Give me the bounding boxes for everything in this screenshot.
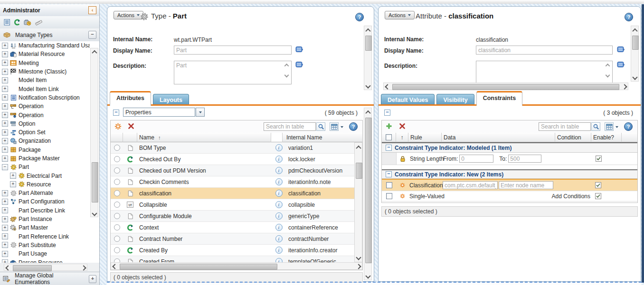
tree-vertical-scrollbar[interactable]: [90, 48, 98, 217]
expand-node-icon[interactable]: +: [2, 156, 8, 162]
type-actions-button[interactable]: Actions: [114, 11, 143, 19]
enable-checkbox[interactable]: [596, 156, 602, 162]
internal-name-column-header[interactable]: Internal Name: [283, 133, 362, 142]
table-views-caret-icon[interactable]: [341, 126, 343, 128]
description-textarea[interactable]: [174, 61, 292, 84]
collapse-node-icon[interactable]: −: [2, 164, 8, 170]
report-clock-icon[interactable]: [24, 19, 31, 26]
expand-node-icon[interactable]: +: [2, 225, 8, 231]
tree-item[interactable]: +Material Resource: [0, 50, 99, 58]
description-textarea[interactable]: [476, 61, 613, 84]
add-constraint-icon[interactable]: [386, 123, 392, 129]
constraint-group-header[interactable]: Constraint Type Indicator: New (2 Items): [382, 169, 637, 179]
scroll-right-icon[interactable]: [355, 263, 362, 270]
constraint-row-string-length[interactable]: String Length From: To:: [382, 153, 637, 165]
expand-node-icon[interactable]: +: [2, 51, 8, 57]
collapse-group-icon[interactable]: [386, 171, 392, 177]
checkout-icon[interactable]: [14, 19, 20, 26]
tree-item[interactable]: +Part Configuration: [0, 197, 99, 206]
search-button[interactable]: [591, 122, 600, 131]
table-views-icon[interactable]: [330, 122, 339, 131]
scroll-up-icon[interactable]: [364, 27, 371, 34]
type-list-icon[interactable]: [4, 19, 10, 26]
attribute-row[interactable]: ContexticontainerReference: [111, 222, 362, 233]
expand-node-icon[interactable]: +: [2, 77, 8, 83]
row-radio[interactable]: [114, 236, 120, 242]
header-vertical-scrollbar[interactable]: [364, 26, 372, 90]
scroll-up-icon[interactable]: [91, 48, 98, 55]
help-icon[interactable]: ?: [355, 13, 364, 21]
row-radio[interactable]: [114, 179, 120, 185]
scroll-down-icon[interactable]: [631, 74, 638, 81]
scroll-right-icon[interactable]: [80, 264, 87, 271]
collapse-table-icon[interactable]: [384, 110, 390, 116]
tree-item[interactable]: +Electrical Part: [0, 171, 99, 180]
attribute-row[interactable]: Checkin CommentsiiterationInfo.note: [111, 176, 362, 188]
ruler-icon[interactable]: [35, 19, 43, 26]
scroll-up-icon[interactable]: [631, 27, 638, 34]
collapse-table-icon[interactable]: [113, 110, 119, 116]
scroll-right-icon[interactable]: [621, 83, 628, 90]
expand-node-icon[interactable]: +: [2, 69, 8, 75]
expand-node-icon[interactable]: +: [2, 60, 8, 66]
scroll-down-icon[interactable]: [364, 82, 371, 89]
expand-node-icon[interactable]: +: [2, 233, 8, 239]
tree-item[interactable]: +Notification Subscription: [0, 93, 99, 102]
textarea-scroll-icons[interactable]: [285, 64, 288, 82]
constraint-row-classification[interactable]: Classification: [382, 179, 637, 191]
expand-section-button[interactable]: +: [89, 275, 96, 283]
table-help-icon[interactable]: ?: [624, 122, 633, 131]
table-horizontal-scrollbar[interactable]: [111, 262, 362, 270]
expand-node-icon[interactable]: +: [10, 173, 16, 179]
header-vertical-scrollbar[interactable]: [631, 26, 639, 82]
scrollbar-thumb[interactable]: [365, 118, 372, 263]
collapse-panel-icon[interactable]: [88, 6, 96, 14]
expand-node-icon[interactable]: +: [2, 242, 8, 248]
translations-icon[interactable]: [295, 61, 303, 68]
table-views-caret-icon[interactable]: [616, 126, 618, 128]
expand-node-icon[interactable]: +: [2, 43, 8, 49]
search-button[interactable]: [316, 122, 325, 131]
enable-column-header[interactable]: Enable?: [591, 133, 622, 142]
tab-constraints[interactable]: Constraints: [476, 91, 522, 106]
scroll-down-icon[interactable]: [364, 272, 371, 279]
row-radio[interactable]: [114, 247, 120, 253]
display-name-input[interactable]: [476, 46, 613, 55]
manage-types-section-header[interactable]: Manage Types −: [0, 28, 99, 42]
rule-column-header[interactable]: Rule: [408, 133, 442, 142]
expand-node-icon[interactable]: +: [2, 251, 8, 257]
info-icon[interactable]: i: [275, 190, 283, 197]
translations-icon[interactable]: [617, 46, 625, 53]
tree-item[interactable]: +Milestone (Classic): [0, 67, 99, 76]
data-column-header[interactable]: Data: [442, 133, 555, 142]
scrollbar-thumb[interactable]: [13, 265, 52, 271]
info-icon[interactable]: i: [275, 235, 283, 242]
tree-item[interactable]: +Part Reference Link: [0, 232, 99, 241]
info-icon[interactable]: i: [275, 247, 283, 254]
tab-visibility[interactable]: Visibility: [436, 94, 474, 106]
info-icon[interactable]: i: [275, 201, 283, 208]
row-radio[interactable]: [114, 167, 120, 174]
enable-checkbox[interactable]: [595, 193, 601, 199]
name-column-header[interactable]: Name↑: [137, 133, 271, 142]
translations-icon[interactable]: [617, 61, 625, 68]
add-conditions-link[interactable]: Add Conditions: [556, 193, 592, 200]
tree-item[interactable]: +Model Item: [0, 76, 99, 84]
row-radio[interactable]: [114, 224, 120, 230]
attribute-actions-button[interactable]: Actions: [385, 11, 415, 19]
info-icon[interactable]: i: [275, 167, 283, 174]
new-attribute-icon[interactable]: [114, 123, 122, 130]
tree-item[interactable]: +Option: [0, 120, 99, 128]
select-all-header[interactable]: [382, 133, 396, 142]
tree-item[interactable]: −Part: [0, 163, 99, 171]
expand-node-icon[interactable]: +: [2, 207, 8, 213]
collapse-group-icon[interactable]: [386, 145, 392, 151]
attribute-row[interactable]: Contract NumbericontractNumber: [111, 233, 362, 245]
to-input[interactable]: [508, 155, 541, 163]
row-radio[interactable]: [114, 202, 120, 208]
tree-item[interactable]: +Operation: [0, 102, 99, 110]
tab-vertical-scrollbar[interactable]: [364, 108, 372, 280]
view-dropdown-arrow[interactable]: [196, 108, 205, 117]
row-radio[interactable]: [114, 156, 120, 162]
attribute-row[interactable]: Checked out PDM VersionipdmCheckoutVersi…: [111, 165, 362, 176]
